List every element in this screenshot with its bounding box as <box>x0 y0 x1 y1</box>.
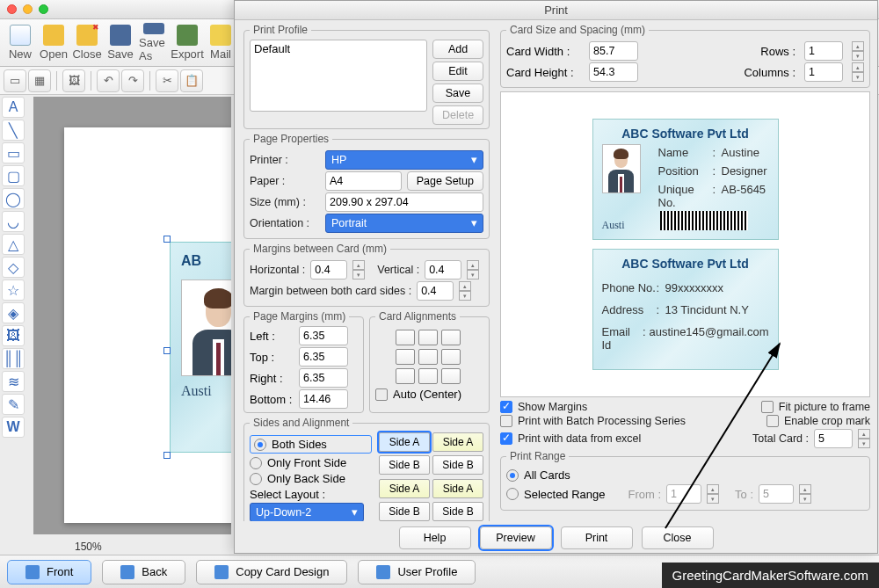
zoom-window-icon[interactable] <box>39 4 48 14</box>
triangle-tool[interactable]: △ <box>2 234 25 255</box>
tool-3[interactable]: 🖼 <box>62 69 85 92</box>
new-button[interactable]: New <box>5 23 35 62</box>
page-setup-button[interactable]: Page Setup <box>407 171 483 191</box>
vert-stepper[interactable]: ▴▾ <box>467 260 479 279</box>
align-br[interactable] <box>441 368 461 384</box>
wordart-tool[interactable]: W <box>2 417 25 438</box>
profile-edit-button[interactable]: Edit <box>432 62 483 81</box>
print-button[interactable]: Print <box>561 526 633 549</box>
open-button[interactable]: Open <box>39 23 69 62</box>
close-button[interactable]: Close <box>72 23 102 62</box>
right-margin-input[interactable] <box>299 368 348 388</box>
back-side-radio[interactable] <box>250 473 262 485</box>
dialog-buttons: Help Preview Print Close <box>235 521 877 555</box>
save-button[interactable]: Save <box>105 23 135 62</box>
close-dialog-button[interactable]: Close <box>642 526 714 549</box>
undo-button[interactable]: ↶ <box>97 69 120 92</box>
both-margin-input[interactable] <box>417 281 454 301</box>
layout-cell[interactable]: Side A <box>379 479 430 498</box>
close-window-icon[interactable] <box>7 4 17 14</box>
align-bc[interactable] <box>418 368 438 384</box>
left-margin-input[interactable] <box>299 326 348 345</box>
arc-tool[interactable]: ◡ <box>2 211 25 232</box>
design-canvas[interactable]: AB Austi <box>33 97 231 534</box>
cols-stepper[interactable]: ▴▾ <box>852 62 864 82</box>
layout-cell[interactable]: Side A <box>379 432 430 452</box>
rounded-rect-tool[interactable]: ▢ <box>2 165 25 186</box>
card-object[interactable]: AB Austi <box>170 242 231 453</box>
rect-tool[interactable]: ▭ <box>2 142 25 163</box>
orientation-select[interactable]: Portrait <box>325 214 483 233</box>
tab-back[interactable]: Back <box>102 560 185 584</box>
all-cards-radio[interactable] <box>506 469 519 482</box>
both-stepper[interactable]: ▴▾ <box>459 281 471 301</box>
crop-mark-checkbox[interactable] <box>766 415 779 427</box>
printer-select[interactable]: HP <box>325 150 483 170</box>
help-button[interactable]: Help <box>399 526 471 549</box>
horiz-stepper[interactable]: ▴▾ <box>352 260 365 279</box>
layout-cell[interactable]: Side B <box>379 502 430 521</box>
align-bl[interactable] <box>396 368 415 384</box>
watermark-tool[interactable]: ≋ <box>2 371 25 392</box>
auto-center-checkbox[interactable] <box>375 388 388 401</box>
dialog-title: Print <box>235 1 877 20</box>
profile-save-button[interactable]: Save <box>432 83 483 103</box>
bottom-margin-input[interactable] <box>299 389 348 409</box>
paper-select[interactable]: A4 <box>325 171 402 191</box>
excel-checkbox[interactable] <box>500 432 512 445</box>
align-tc[interactable] <box>418 330 438 345</box>
layout-cell[interactable]: Side A <box>432 432 483 452</box>
layout-cell[interactable]: Side B <box>432 502 483 521</box>
top-margin-input[interactable] <box>299 347 348 367</box>
align-mc[interactable] <box>418 349 438 365</box>
tab-front[interactable]: Front <box>7 560 91 584</box>
align-mr[interactable] <box>441 349 461 365</box>
image-tool[interactable]: 🖼 <box>2 325 25 346</box>
layout-cell[interactable]: Side B <box>432 455 483 475</box>
tool-2[interactable]: ▦ <box>28 69 51 92</box>
both-sides-radio[interactable] <box>254 439 266 451</box>
mail-button[interactable]: Mail <box>206 23 236 62</box>
tab-copy-design[interactable]: Copy Card Design <box>196 560 347 584</box>
text-tool[interactable]: A <box>2 97 25 118</box>
rows-input[interactable] <box>804 41 843 61</box>
signature-tool[interactable]: ✎ <box>2 394 25 415</box>
layout-select[interactable]: Up-Down-2 <box>250 503 364 521</box>
preview-button[interactable]: Preview <box>480 526 552 549</box>
profile-add-button[interactable]: Add <box>432 40 483 59</box>
layout-cell[interactable]: Side B <box>379 455 430 475</box>
horiz-margin-input[interactable] <box>310 260 347 279</box>
profile-delete-button[interactable]: Delete <box>432 105 483 125</box>
align-tr[interactable] <box>441 330 461 345</box>
front-side-radio[interactable] <box>250 457 262 469</box>
layout-cell[interactable]: Side A <box>432 479 483 498</box>
tool-1[interactable]: ▭ <box>4 69 26 92</box>
line-tool[interactable]: ╲ <box>2 120 25 141</box>
selected-range-radio[interactable] <box>506 488 519 500</box>
redo-button[interactable]: ↷ <box>121 69 144 92</box>
export-button[interactable]: Export <box>172 23 202 62</box>
diamond-tool[interactable]: ◇ <box>2 257 25 278</box>
show-margins-checkbox[interactable] <box>500 401 512 413</box>
minimize-window-icon[interactable] <box>23 4 33 14</box>
save-as-button[interactable]: Save As <box>139 23 169 62</box>
copy-icon <box>214 565 229 579</box>
cut-button[interactable]: ✂ <box>156 69 178 92</box>
profile-list[interactable]: Default <box>250 40 427 112</box>
copy-button[interactable]: 📋 <box>180 69 203 92</box>
vert-margin-input[interactable] <box>425 260 461 279</box>
callout-tool[interactable]: ◈ <box>2 302 25 323</box>
star-tool[interactable]: ☆ <box>2 279 25 301</box>
total-card-input[interactable] <box>814 429 853 448</box>
align-ml[interactable] <box>396 349 415 365</box>
fit-picture-checkbox[interactable] <box>761 401 774 413</box>
barcode-tool[interactable]: ║║ <box>2 348 25 369</box>
cols-input[interactable] <box>804 62 843 82</box>
align-tl[interactable] <box>396 330 415 345</box>
total-stepper[interactable]: ▴▾ <box>858 429 870 448</box>
card-height-input[interactable] <box>589 62 638 82</box>
tab-user-profile[interactable]: User Profile <box>358 560 476 584</box>
ellipse-tool[interactable]: ◯ <box>2 188 25 209</box>
card-width-input[interactable] <box>589 41 638 61</box>
rows-stepper[interactable]: ▴▾ <box>852 41 864 61</box>
